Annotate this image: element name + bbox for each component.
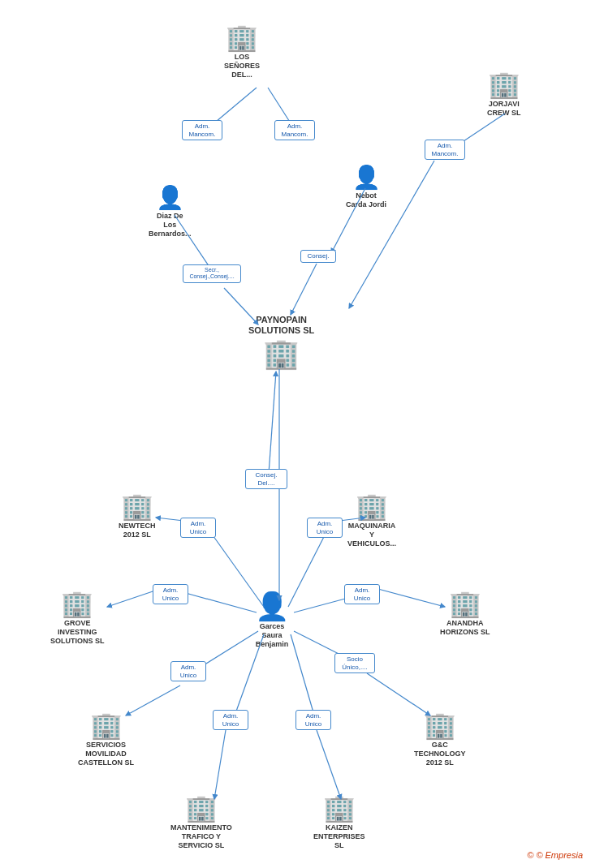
svg-line-19 (126, 685, 180, 715)
svg-line-14 (183, 592, 257, 612)
node-servicios: 🏢 SERVICIOS MOVILIDAD CASTELLON SL (78, 712, 134, 767)
badge-adm-mancom-1: Adm. Mancom. (182, 120, 222, 140)
svg-line-5 (291, 264, 317, 315)
org-chart-diagram: 🏢 LOS SEÑORES DEL... 🏢 JORJAVI CREW SL 👤… (0, 0, 591, 868)
svg-line-21 (367, 673, 430, 715)
svg-line-17 (375, 588, 445, 607)
svg-line-23 (214, 730, 226, 799)
node-garces: 👤 Garces Saura Benjamin (255, 592, 289, 648)
building-icon-newtech: 🏢 (121, 493, 153, 519)
svg-line-9 (268, 372, 276, 485)
svg-line-24 (291, 634, 315, 718)
badge-consej-1: Consej. (300, 250, 336, 263)
svg-line-12 (288, 527, 329, 607)
badge-adm-unico-grove: Adm. Unico (153, 584, 188, 604)
label-mantenimiento: MANTENIMIENTO TRAFICO Y SERVICIO SL (170, 823, 232, 849)
node-los-senores: 🏢 LOS SEÑORES DEL... (224, 24, 260, 79)
node-anandha: 🏢 ANANDHA HORIZONS SL (440, 591, 490, 637)
person-icon-garces: 👤 (255, 592, 289, 620)
label-maquinaria: MAQUINARIA Y VEHICULOS... (347, 522, 396, 548)
svg-line-2 (459, 114, 505, 144)
watermark-text: © Empresia (536, 850, 583, 860)
label-garces: Garces Saura Benjamin (256, 622, 289, 648)
building-icon-kaizen: 🏢 (323, 795, 356, 821)
node-paynopain: PAYNOPAIN SOLUTIONS SL 🏢 (248, 312, 314, 368)
node-diaz-bernardo: 👤 Diaz De Los Bernardos... (149, 187, 192, 238)
node-nebot: 👤 Nebot Carda Jordi (346, 166, 386, 209)
node-maquinaria: 🏢 MAQUINARIA Y VEHICULOS... (347, 493, 396, 548)
badge-adm-unico-serv: Adm. Unico (170, 661, 206, 681)
building-icon-servicios: 🏢 (90, 712, 123, 738)
label-kaizen: KAIZEN ENTERPRISES SL (313, 823, 365, 849)
node-jorjavi: 🏢 JORJAVI CREW SL (487, 71, 521, 118)
badge-adm-mancom-2: Adm. Mancom. (274, 120, 315, 140)
building-icon-gc-tech: 🏢 (424, 712, 456, 738)
badge-adm-unico-maq: Adm. Unico (307, 518, 343, 538)
node-mantenimiento: 🏢 MANTENIMIENTO TRAFICO Y SERVICIO SL (170, 795, 232, 849)
label-servicios: SERVICIOS MOVILIDAD CASTELLON SL (78, 741, 134, 767)
label-gc-tech: G&C TECHNOLOGY 2012 SL (414, 741, 466, 767)
building-icon-los-senores: 🏢 (226, 24, 258, 50)
person-icon-diaz: 👤 (156, 187, 184, 209)
label-diaz: Diaz De Los Bernardos... (149, 212, 192, 238)
node-newtech: 🏢 NEWTECH 2012 SL (119, 493, 156, 539)
watermark: © © Empresia (527, 850, 583, 860)
badge-adm-unico-newtech: Adm. Unico (180, 518, 216, 538)
node-kaizen: 🏢 KAIZEN ENTERPRISES SL (313, 795, 365, 849)
label-anandha: ANANDHA HORIZONS SL (440, 619, 490, 637)
label-jorjavi: JORJAVI CREW SL (487, 100, 521, 118)
label-nebot: Nebot Carda Jordi (346, 191, 386, 209)
building-icon-jorjavi: 🏢 (488, 71, 520, 97)
badge-secr-consej: Secr., Consej.,Consej.... (183, 264, 241, 283)
building-icon-mantenimiento: 🏢 (185, 795, 218, 821)
node-gc-tech: 🏢 G&C TECHNOLOGY 2012 SL (414, 712, 466, 767)
node-grove: 🏢 GROVE INVESTING SOLUTIONS SL (50, 591, 105, 645)
label-los-senores: LOS SEÑORES DEL... (224, 53, 260, 79)
person-icon-nebot: 👤 (352, 166, 381, 189)
building-icon-paynopain: 🏢 (263, 339, 300, 368)
building-icon-maquinaria: 🏢 (356, 493, 388, 519)
badge-socio-unico: Socio Único,.... (334, 653, 375, 673)
building-icon-grove: 🏢 (61, 591, 93, 617)
badge-adm-unico-mant: Adm. Unico (213, 710, 248, 730)
label-paynopain: PAYNOPAIN SOLUTIONS SL (248, 315, 314, 336)
badge-adm-unico-kaizen: Adm. Unico (296, 710, 331, 730)
watermark-copyright: © (527, 850, 533, 860)
badge-adm-unico-anandha: Adm. Unico (344, 584, 380, 604)
svg-line-25 (317, 730, 341, 799)
label-newtech: NEWTECH 2012 SL (119, 522, 156, 539)
badge-consej-del: Consej. Del.... (245, 469, 287, 489)
label-grove: GROVE INVESTING SOLUTIONS SL (50, 619, 105, 645)
building-icon-anandha: 🏢 (449, 591, 481, 617)
badge-adm-mancom-3: Adm. Mancom. (425, 140, 465, 160)
